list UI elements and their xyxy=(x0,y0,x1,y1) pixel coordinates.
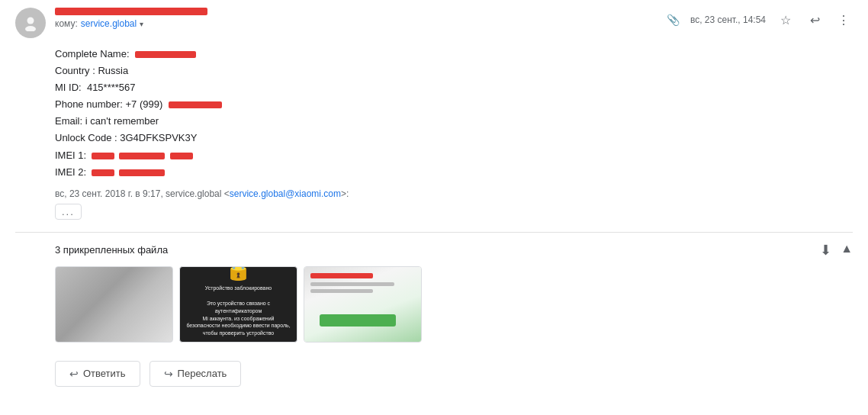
phone-line: Phone number: +7 (999) xyxy=(55,96,853,113)
email-header: кому: service.global ▾ 📎 вс, 23 сент., 1… xyxy=(15,0,853,44)
to-label: кому: xyxy=(55,18,78,29)
quoted-header: вс, 23 сент. 2018 г. в 9:17, service.glo… xyxy=(55,188,230,199)
country-line: Country : Russia xyxy=(55,63,853,79)
imei1-label: IMEI 1: xyxy=(55,150,86,161)
email-line: Email: i can't remember xyxy=(55,113,853,130)
phone-prefix: +7 (999) xyxy=(126,98,163,110)
thumbnails: 🔒 Устройство заблокированоЭто устройство… xyxy=(55,266,853,343)
imei2-mid xyxy=(119,169,165,176)
attachment-3-greenbar xyxy=(320,314,396,327)
phone-label: Phone number: xyxy=(55,98,123,110)
forward-button[interactable]: ↪ Переслать xyxy=(149,361,242,387)
attachment-3-line1 xyxy=(310,282,394,286)
email-date: вс, 23 сент., 14:54 xyxy=(690,14,766,25)
complete-name-redacted xyxy=(135,51,196,58)
star-icon[interactable]: ☆ xyxy=(776,11,795,29)
email-value: i can't remember xyxy=(85,115,159,127)
attachments-header: 3 прикрепленных файла ⬇ ▲ xyxy=(55,242,853,259)
reply-button[interactable]: ↩ Ответить xyxy=(55,361,140,387)
activate-device-btn[interactable]: Активировать устройство xyxy=(201,342,275,343)
download-all-icon[interactable]: ⬇ xyxy=(820,242,831,259)
forward-btn-icon: ↪ xyxy=(164,368,173,380)
attachment-2[interactable]: 🔒 Устройство заблокированоЭто устройство… xyxy=(179,266,297,343)
unlock-value: 3G4DFKSPVK3Y xyxy=(120,132,197,143)
save-to-drive-icon[interactable]: ▲ xyxy=(841,242,853,259)
clip-icon: 📎 xyxy=(667,14,680,26)
imei2-line: IMEI 2: xyxy=(55,164,853,181)
quoted-suffix: >: xyxy=(341,188,349,199)
sender-name-redacted xyxy=(55,8,207,15)
forward-label: Переслать xyxy=(178,368,227,379)
attachment-3-redline xyxy=(310,273,373,278)
svg-point-0 xyxy=(27,18,34,24)
attachments-icons: ⬇ ▲ xyxy=(820,242,853,259)
email-right: 📎 вс, 23 сент., 14:54 ☆ ↩ ⋮ xyxy=(667,8,853,29)
mi-id-label: MI ID: xyxy=(55,82,82,93)
imei2-prefix xyxy=(92,169,114,176)
imei1-line: IMEI 1: xyxy=(55,147,853,164)
attachment-1[interactable] xyxy=(55,266,173,343)
action-bar: ↩ Ответить ↪ Переслать xyxy=(15,343,853,387)
country-value: Russia xyxy=(98,65,128,76)
divider xyxy=(15,232,853,233)
imei2-label: IMEI 2: xyxy=(55,166,86,178)
unlock-label: Unlock Code : xyxy=(55,132,117,143)
country-separator: : xyxy=(90,65,98,76)
sender-block: кому: service.global ▾ xyxy=(55,8,207,29)
reply-label: Ответить xyxy=(83,368,126,379)
more-options-icon[interactable]: ⋮ xyxy=(834,11,853,29)
attachment-3-inner xyxy=(304,267,421,342)
unlock-line: Unlock Code : 3G4DFKSPVK3Y xyxy=(55,130,853,146)
complete-name-label: Complete Name: xyxy=(55,48,130,60)
phone-redacted xyxy=(169,101,222,108)
imei1-mid xyxy=(119,153,165,159)
device-locked-text: Устройство заблокированоЭто устройство с… xyxy=(180,285,297,337)
avatar xyxy=(15,8,46,38)
quoted-line: вс, 23 сент. 2018 г. в 9:17, service.glo… xyxy=(55,188,853,199)
country-label: Country xyxy=(55,65,90,76)
quoted-link[interactable]: service.global@xiaomi.com xyxy=(230,188,341,199)
reply-icon[interactable]: ↩ xyxy=(805,11,824,29)
mi-id-value: 415****567 xyxy=(87,82,136,93)
chevron-down-icon[interactable]: ▾ xyxy=(140,20,143,28)
quoted-expand-btn[interactable]: ... xyxy=(55,204,82,220)
attachments-section: 3 прикрепленных файла ⬇ ▲ 🔒 Устройство з… xyxy=(15,242,853,343)
lock-icon: 🔒 xyxy=(225,266,252,282)
email-left: кому: service.global ▾ xyxy=(15,8,207,38)
mi-id-line: MI ID: 415****567 xyxy=(55,79,853,96)
complete-name-line: Complete Name: xyxy=(55,46,853,63)
to-line: кому: service.global ▾ xyxy=(55,18,207,29)
email-label: Email: xyxy=(55,115,82,127)
attachment-3-line2 xyxy=(310,289,373,293)
attachment-3[interactable] xyxy=(304,266,422,343)
imei1-prefix xyxy=(92,153,114,159)
to-address[interactable]: service.global xyxy=(81,18,137,29)
attachments-title: 3 прикрепленных файла xyxy=(55,244,168,256)
email-body: Complete Name: Country : Russia MI ID: 4… xyxy=(15,44,853,220)
imei1-suffix xyxy=(170,153,193,159)
reply-btn-icon: ↩ xyxy=(69,368,79,380)
svg-point-1 xyxy=(25,26,36,31)
